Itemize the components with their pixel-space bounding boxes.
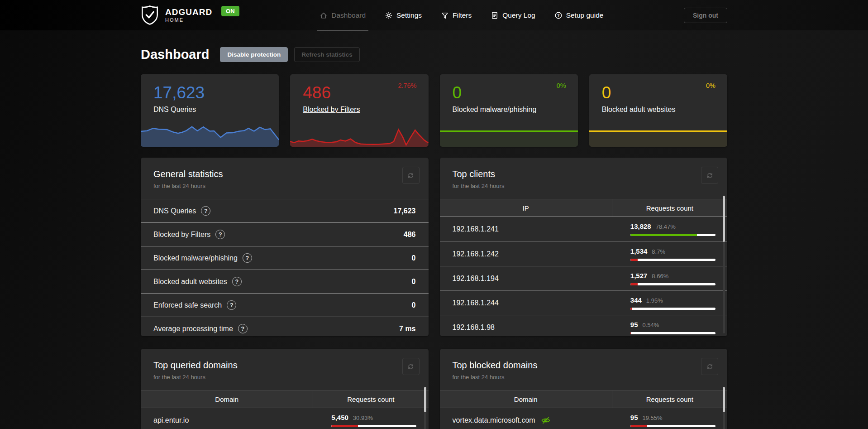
client-ip[interactable]: 192.168.1.242 <box>453 250 499 258</box>
requests-bar <box>630 425 715 427</box>
refresh-icon <box>407 363 415 371</box>
panel-title: Top queried domains <box>153 360 416 371</box>
stat-row: Average processing time 7 ms <box>141 317 429 336</box>
question-circle-icon[interactable] <box>215 230 225 239</box>
refresh-panel-button[interactable] <box>701 167 718 184</box>
requests-bar <box>630 234 715 236</box>
page-title: Dashboard <box>141 47 209 62</box>
blocked-adult-percent: 0% <box>706 82 715 89</box>
top-blocked-domains-panel: Top blocked domains for the last 24 hour… <box>440 349 728 429</box>
table-header: IP Requests count <box>440 199 728 217</box>
scrollbar-track <box>723 387 725 429</box>
nav-item-setup-guide[interactable]: ? Setup guide <box>554 0 604 30</box>
blocked-malware-percent: 0% <box>557 82 566 89</box>
table-row: api.entur.io 5,45030.93% <box>141 408 429 429</box>
table-row: 192.168.1.241 13,82878.47% <box>440 217 728 241</box>
blocked-malware-label: Blocked malware/phishing <box>440 103 578 114</box>
refresh-icon <box>706 363 714 371</box>
gear-icon <box>385 11 393 19</box>
stat-row: Blocked by Filters 486 <box>141 222 429 246</box>
blocked-adult-sparkline <box>589 126 727 147</box>
adguard-shield-icon <box>141 5 159 25</box>
scrollbar-track <box>424 387 426 429</box>
top-queried-domains-panel: Top queried domains for the last 24 hour… <box>141 349 429 429</box>
top-clients-panel: Top clients for the last 24 hours IP Req… <box>440 158 728 336</box>
table-row: 192.168.1.98 950.54% <box>440 315 728 336</box>
card-blocked-filters: 486 Blocked by Filters 2.76% <box>290 74 428 147</box>
panel-title: General statistics <box>153 169 416 179</box>
client-ip[interactable]: 192.168.1.98 <box>453 323 495 332</box>
stat-row: Blocked adult websites 0 <box>141 270 429 293</box>
stat-row: DNS Queries 17,623 <box>141 199 429 222</box>
question-circle-icon[interactable] <box>243 253 252 263</box>
table-header: Domain Requests count <box>141 390 429 408</box>
column-header-ip: IP <box>440 199 612 217</box>
requests-bar <box>630 308 715 310</box>
disable-protection-button[interactable]: Disable protection <box>220 47 288 62</box>
client-ip[interactable]: 192.168.1.194 <box>453 275 499 283</box>
stat-cards: 17,623 DNS Queries 486 Blocked by Filter… <box>141 74 727 147</box>
panel-title: Top blocked domains <box>453 360 715 371</box>
column-header-requests: Requests count <box>313 390 428 408</box>
card-blocked-adult: 0 Blocked adult websites 0% <box>589 74 727 147</box>
refresh-panel-button[interactable] <box>402 167 420 184</box>
nav-item-settings[interactable]: Settings <box>385 0 422 30</box>
question-circle-icon[interactable] <box>238 324 248 333</box>
sign-out-button[interactable]: Sign out <box>684 8 727 23</box>
scrollbar-thumb[interactable] <box>424 387 426 412</box>
general-statistics-panel: General statistics for the last 24 hours… <box>141 158 429 336</box>
scrollbar-track <box>723 196 725 333</box>
client-ip[interactable]: 192.168.1.241 <box>453 225 499 233</box>
requests-bar <box>630 283 715 285</box>
scrollbar-thumb[interactable] <box>723 196 725 242</box>
general-statistics-table: DNS Queries 17,623 Blocked by Filters 48… <box>141 199 429 336</box>
panel-subtitle: for the last 24 hours <box>153 183 416 189</box>
blocked-adult-label: Blocked adult websites <box>589 103 727 114</box>
stat-row: Enforced safe search 0 <box>141 293 429 317</box>
card-blocked-malware: 0 Blocked malware/phishing 0% <box>440 74 578 147</box>
table-row: 192.168.1.244 3441.95% <box>440 290 728 315</box>
table-row: vortex.data.microsoft.com 9519.55% <box>440 408 728 429</box>
nav-item-query-log[interactable]: Query Log <box>491 0 535 30</box>
blocked-filters-sparkline <box>290 126 428 147</box>
blocked-filters-percent: 2.76% <box>398 82 416 89</box>
domain-link[interactable]: vortex.data.microsoft.com <box>453 416 535 424</box>
nav-item-filters[interactable]: Filters <box>441 0 472 30</box>
funnel-icon <box>441 11 449 19</box>
table-row: 192.168.1.242 1,5348.7% <box>440 241 728 266</box>
refresh-panel-button[interactable] <box>701 358 718 375</box>
scrollbar-thumb[interactable] <box>723 387 725 412</box>
refresh-statistics-button[interactable]: Refresh statistics <box>294 47 360 62</box>
column-header-requests: Requests count <box>612 199 727 217</box>
home-icon <box>320 11 328 19</box>
domain-link[interactable]: api.entur.io <box>153 416 189 424</box>
panel-title: Top clients <box>453 169 715 179</box>
client-ip[interactable]: 192.168.1.244 <box>453 299 499 307</box>
panel-subtitle: for the last 24 hours <box>153 374 416 381</box>
dns-queries-sparkline <box>141 126 279 147</box>
document-icon <box>491 11 499 19</box>
nav-item-dashboard[interactable]: Dashboard <box>320 0 366 30</box>
dns-queries-label: DNS Queries <box>141 103 279 114</box>
blocked-filters-link[interactable]: Blocked by Filters <box>303 106 360 113</box>
question-circle-icon[interactable] <box>227 300 236 310</box>
question-circle-icon[interactable] <box>201 206 210 216</box>
column-header-requests: Requests count <box>612 390 727 408</box>
column-header-domain: Domain <box>141 390 313 408</box>
brand-name: ADGUARD <box>165 8 212 16</box>
refresh-icon <box>706 172 714 179</box>
refresh-panel-button[interactable] <box>402 358 420 375</box>
table-header: Domain Requests count <box>440 390 728 408</box>
dns-queries-value: 17,623 <box>141 74 279 103</box>
eye-off-icon[interactable] <box>541 415 551 425</box>
question-circle-icon[interactable] <box>232 277 242 286</box>
navbar: ADGUARD HOME ON Dashboard Settings <box>0 0 868 30</box>
requests-bar <box>630 332 715 334</box>
requests-bar <box>331 425 416 427</box>
requests-bar <box>630 259 715 261</box>
stat-row: Blocked malware/phishing 0 <box>141 246 429 270</box>
panel-subtitle: for the last 24 hours <box>453 374 715 381</box>
main-nav: Dashboard Settings Filters <box>239 0 684 30</box>
brand-sub: HOME <box>165 18 212 23</box>
card-dns-queries: 17,623 DNS Queries <box>141 74 279 147</box>
